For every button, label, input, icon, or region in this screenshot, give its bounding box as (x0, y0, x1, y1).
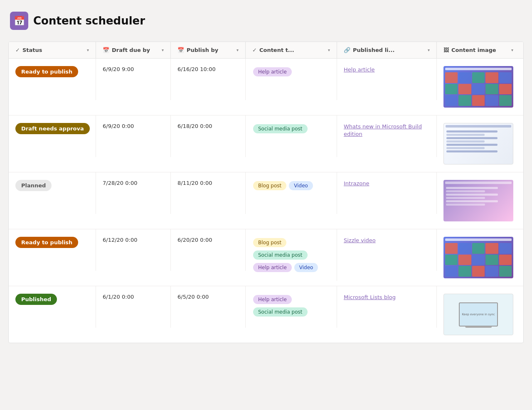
table-body: Ready to publish 6/9/20 9:00 6/16/20 10:… (9, 59, 523, 343)
status-badge: Ready to publish (15, 66, 78, 77)
tag-help-article: Help article (253, 67, 292, 76)
published-link-cell: Sizzle video (337, 229, 437, 271)
published-link-cell: Whats new in Microsoft Build edition (337, 115, 437, 157)
content-image-cell (437, 229, 520, 286)
tag-video: Video (289, 181, 313, 190)
tag-social-media-post: Social media post (253, 124, 308, 133)
status-col-icon: ✓ (15, 47, 20, 53)
draft-due-value: 6/12/20 0:00 (103, 237, 137, 243)
table-row: Planned 7/28/20 0:00 8/11/20 0:00 Blog p… (9, 172, 523, 229)
col-label-draft: Draft due by (112, 47, 150, 53)
published-link-cell: Help article (337, 59, 437, 100)
chevron-icon-publish: ▾ (236, 48, 239, 52)
content-type-cell: Blog post Video (246, 172, 337, 214)
laptop-icon: Keep everyone in sync (459, 302, 498, 327)
chevron-icon-draft: ▾ (162, 48, 164, 52)
tag-video: Video (294, 263, 318, 272)
content-image-cell: Keep everyone in sync (437, 286, 520, 343)
content-type-cell: Social media post (246, 115, 337, 157)
content-table: ✓ Status ▾ 📅 Draft due by ▾ 📅 Publish by… (8, 42, 524, 343)
tag-social-media-post: Social media post (253, 307, 308, 317)
table-row: Draft needs approva 6/9/20 0:00 6/18/20 … (9, 115, 523, 172)
table-row: Published 6/1/20 0:00 6/5/20 0:00 Help a… (9, 286, 523, 343)
content-type-cell: Help article (246, 59, 337, 100)
published-link[interactable]: Help article (344, 66, 375, 73)
publish-by-cell: 6/18/20 0:00 (171, 115, 246, 157)
content-image-cell (437, 115, 520, 172)
tags-container: Help article Social media post (252, 294, 330, 318)
thumbnail (443, 66, 513, 108)
tag-help-article: Help article (253, 263, 292, 272)
thumbnail (443, 123, 513, 164)
tag-blog-post: Blog post (253, 181, 286, 190)
table-header: ✓ Status ▾ 📅 Draft due by ▾ 📅 Publish by… (9, 42, 523, 59)
col-label-status: Status (22, 47, 42, 53)
published-link[interactable]: Intrazone (344, 180, 369, 187)
tags-container: Help article (252, 66, 330, 78)
status-badge: Planned (15, 180, 52, 191)
draft-due-value: 7/28/20 0:00 (103, 180, 137, 186)
draft-due-cell: 7/28/20 0:00 (96, 172, 171, 214)
content-type-cell: Help article Social media post (246, 286, 337, 328)
content-type-cell: Blog post Social media post Help article… (246, 229, 337, 281)
status-badge: Draft needs approva (15, 123, 90, 134)
tags-container: Blog post Social media post Help article… (252, 237, 330, 273)
table-row: Ready to publish 6/12/20 0:00 6/20/20 0:… (9, 229, 523, 286)
status-cell: Ready to publish (9, 59, 96, 100)
thumbnail: Keep everyone in sync (443, 294, 513, 335)
col-header-content-image[interactable]: 🖼 Content image ▾ (437, 42, 520, 58)
col-label-content-type: Content t... (259, 47, 294, 53)
draft-due-value: 6/1/20 0:00 (103, 294, 134, 300)
tag-social-media-post: Social media post (253, 250, 308, 260)
publish-by-value: 8/11/20 0:00 (177, 180, 212, 186)
col-header-publish-by[interactable]: 📅 Publish by ▾ (171, 42, 246, 58)
status-cell: Published (9, 286, 96, 328)
status-cell: Ready to publish (9, 229, 96, 271)
published-link[interactable]: Whats new in Microsoft Build edition (344, 123, 422, 137)
status-cell: Planned (9, 172, 96, 214)
publish-by-cell: 6/16/20 10:00 (171, 59, 246, 100)
draft-due-cell: 6/1/20 0:00 (96, 286, 171, 328)
col-label-content-image: Content image (451, 47, 496, 53)
col-header-published-link[interactable]: 🔗 Published li... ▾ (337, 42, 437, 58)
draft-due-cell: 6/12/20 0:00 (96, 229, 171, 271)
publish-by-cell: 6/5/20 0:00 (171, 286, 246, 328)
content-image-col-icon: 🖼 (443, 47, 449, 53)
chevron-icon-published-link: ▾ (428, 48, 430, 52)
published-link-cell: Microsoft Lists blog (337, 286, 437, 328)
publish-by-cell: 8/11/20 0:00 (171, 172, 246, 214)
published-link-cell: Intrazone (337, 172, 437, 214)
col-label-publish: Publish by (187, 47, 218, 53)
col-label-published-link: Published li... (353, 47, 394, 53)
publish-by-cell: 6/20/20 0:00 (171, 229, 246, 271)
status-cell: Draft needs approva (9, 115, 96, 157)
col-header-content-type[interactable]: ✓ Content t... ▾ (246, 42, 337, 58)
published-link-col-icon: 🔗 (344, 47, 350, 53)
col-header-draft-due[interactable]: 📅 Draft due by ▾ (96, 42, 171, 58)
published-link[interactable]: Sizzle video (344, 237, 376, 243)
tag-help-article: Help article (253, 295, 292, 304)
content-type-col-icon: ✓ (252, 47, 257, 53)
thumbnail (443, 237, 513, 278)
draft-due-value: 6/9/20 9:00 (103, 66, 134, 72)
publish-by-value: 6/20/20 0:00 (177, 237, 212, 243)
content-image-cell (437, 59, 520, 115)
status-badge: Ready to publish (15, 237, 78, 248)
published-link[interactable]: Microsoft Lists blog (344, 294, 396, 300)
publish-col-icon: 📅 (177, 47, 184, 53)
chevron-icon-content-image: ▾ (511, 48, 513, 52)
draft-col-icon: 📅 (103, 47, 109, 53)
table-row: Ready to publish 6/9/20 9:00 6/16/20 10:… (9, 59, 523, 115)
app-icon: 📅 (10, 12, 28, 30)
publish-by-value: 6/5/20 0:00 (177, 294, 209, 300)
col-header-status[interactable]: ✓ Status ▾ (9, 42, 96, 58)
thumbnail (443, 180, 513, 221)
chevron-icon-status: ▾ (87, 48, 89, 52)
tag-blog-post: Blog post (253, 238, 286, 247)
tags-container: Blog post Video (252, 180, 330, 191)
publish-by-value: 6/18/20 0:00 (177, 123, 212, 129)
app-header: 📅 Content scheduler (8, 8, 524, 33)
draft-due-cell: 6/9/20 0:00 (96, 115, 171, 157)
content-image-cell (437, 172, 520, 229)
publish-by-value: 6/16/20 10:00 (177, 66, 216, 72)
